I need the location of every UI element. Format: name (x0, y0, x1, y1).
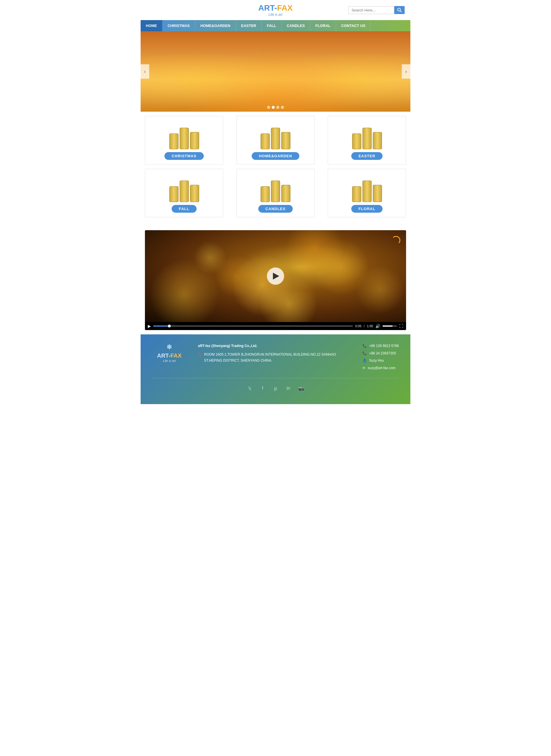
nav-item-floral[interactable]: FLORAL (310, 20, 336, 31)
video-controls: ▶ 0:05 / 1:00 🔊 ⛶ (145, 322, 406, 330)
slider-dot-1[interactable] (267, 106, 270, 109)
footer-logo-fax: FAX (170, 352, 182, 359)
hero-slider: ‹ › (141, 31, 410, 112)
play-triangle-icon (273, 273, 279, 279)
video-progress-bar[interactable] (153, 325, 353, 326)
category-card-floral[interactable]: FLORAL (328, 169, 406, 217)
footer-phone1-line: 📞 +86 139 9813 5786 (363, 343, 399, 349)
logo-fax: FAX (277, 3, 293, 12)
phone-icon-1: 📞 (363, 343, 367, 349)
footer-phone1: +86 139 9813 5786 (369, 343, 399, 349)
footer-contact-name-line: 👤 Suzy Hsu (363, 357, 399, 364)
category-image-easter (350, 120, 384, 149)
footer-logo-icon: ❄ (166, 343, 172, 351)
nav-item-easter[interactable]: EASTER (236, 20, 262, 31)
category-grid: CHRISTMAS HOME&GARDEN EASTER (141, 112, 410, 226)
category-label-easter: EASTER (351, 152, 383, 160)
phone-icon-2: 📞 (363, 350, 367, 357)
category-image-candles (258, 173, 293, 202)
logo-tagline: Life is art (268, 13, 283, 17)
logo-art: ART- (258, 3, 277, 12)
footer: ❄ ART-FAX Life is art aRT-fax (Shenyang)… (141, 334, 410, 404)
category-label-floral: FLORAL (351, 205, 383, 213)
main-nav: HOME CHRISTMAS HOME&GARDEN EASTER FALL C… (141, 20, 410, 31)
video-progress-fill (153, 325, 169, 326)
video-thumbnail (145, 230, 406, 322)
person-icon: 👤 (363, 357, 367, 364)
category-label-candles: CANDLES (258, 205, 293, 213)
svg-line-1 (400, 11, 402, 12)
search-icon (397, 8, 402, 12)
slider-next-button[interactable]: › (402, 64, 410, 79)
video-player: ▶ 0:05 / 1:00 🔊 ⛶ (145, 230, 406, 330)
video-current-time: 0:05 (355, 324, 361, 328)
pinterest-icon[interactable]: 𝕡 (271, 384, 280, 393)
category-card-homegarden[interactable]: HOME&GARDEN (236, 116, 315, 164)
video-progress-thumb[interactable] (168, 324, 171, 327)
video-volume-fill (383, 325, 393, 326)
video-total-time: 1:00 (367, 324, 373, 328)
linkedin-icon[interactable]: in (284, 384, 293, 393)
footer-social: 𝕏 f 𝕡 in 📷 (152, 378, 399, 396)
instagram-icon[interactable]: 📷 (297, 384, 306, 393)
nav-item-christmas[interactable]: CHRISTMAS (162, 20, 195, 31)
header: ART-FAX Life is art (141, 0, 410, 20)
logo[interactable]: ART-FAX Life is art (258, 3, 293, 17)
footer-logo-art: ART- (157, 352, 170, 359)
footer-company-name: aRT-fax (Shenyang) Trading Co.,Ltd. (198, 343, 351, 349)
footer-contact: 📞 +86 139 9813 5786 📞 +86 24 23937355 👤 … (363, 343, 399, 372)
category-card-candles[interactable]: CANDLES (236, 169, 315, 217)
footer-content: ❄ ART-FAX Life is art aRT-fax (Shenyang)… (152, 343, 399, 372)
footer-contact-name: Suzy Hsu (369, 357, 384, 364)
category-label-fall: FALL (172, 205, 196, 213)
footer-phone2-line: 📞 +86 24 23937355 (363, 350, 399, 357)
search-container (349, 6, 405, 14)
footer-logo-tagline: Life is art (163, 359, 176, 362)
hero-scene (141, 31, 410, 112)
video-fullscreen-button[interactable]: ⛶ (399, 324, 403, 328)
slider-dot-2[interactable] (272, 106, 274, 109)
video-volume-icon[interactable]: 🔊 (375, 324, 380, 328)
slider-dots (267, 106, 284, 109)
category-image-christmas (167, 120, 201, 149)
video-separator: / (364, 324, 365, 328)
category-image-fall (167, 173, 201, 202)
nav-item-homegarden[interactable]: HOME&GARDEN (195, 20, 236, 31)
category-card-christmas[interactable]: CHRISTMAS (145, 116, 223, 164)
search-button[interactable] (394, 6, 405, 14)
video-spinner (392, 236, 400, 244)
search-input[interactable] (349, 6, 394, 14)
hero-image (141, 31, 410, 112)
nav-item-home[interactable]: HOME (141, 20, 162, 31)
facebook-icon[interactable]: f (258, 384, 267, 393)
footer-address-line: 📍 ROOM 1605-1,TOWER B,ZHONGRUN INTERNATI… (198, 351, 351, 364)
footer-email: suzy@art-fax.com (368, 365, 396, 371)
footer-address-text: ROOM 1605-1,TOWER B,ZHONGRUN INTERNATION… (204, 351, 351, 364)
category-card-fall[interactable]: FALL (145, 169, 223, 217)
footer-email-line: ✉ suzy@art-fax.com (363, 365, 399, 371)
slider-dot-4[interactable] (281, 106, 284, 109)
category-image-floral (350, 173, 384, 202)
twitter-icon[interactable]: 𝕏 (245, 384, 254, 393)
category-label-christmas: CHRISTMAS (164, 152, 203, 160)
category-card-easter[interactable]: EASTER (328, 116, 406, 164)
footer-address: aRT-fax (Shenyang) Trading Co.,Ltd. 📍 RO… (198, 343, 351, 365)
nav-item-contact[interactable]: CONTACT US (336, 20, 371, 31)
nav-item-candles[interactable]: CANDLES (282, 20, 310, 31)
video-section: ▶ 0:05 / 1:00 🔊 ⛶ (141, 226, 410, 334)
slider-prev-button[interactable]: ‹ (141, 64, 149, 79)
nav-item-fall[interactable]: FALL (262, 20, 282, 31)
slider-dot-3[interactable] (277, 106, 279, 109)
footer-phone2: +86 24 23937355 (369, 350, 396, 357)
category-label-homegarden: HOME&GARDEN (252, 152, 299, 160)
location-icon: 📍 (198, 351, 202, 358)
email-icon: ✉ (363, 365, 365, 371)
video-play-button[interactable] (267, 267, 284, 285)
footer-logo[interactable]: ❄ ART-FAX Life is art (152, 343, 186, 362)
category-image-homegarden (258, 120, 293, 149)
video-play-icon[interactable]: ▶ (148, 324, 151, 328)
video-volume-bar[interactable] (383, 325, 397, 326)
